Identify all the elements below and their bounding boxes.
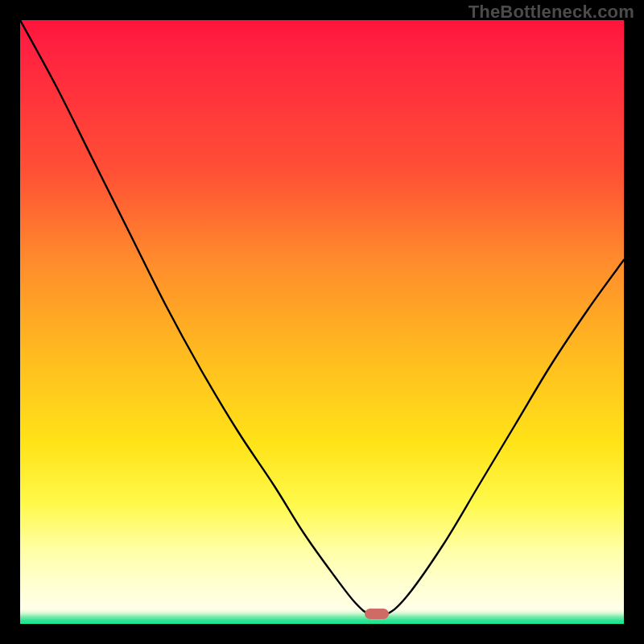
bottleneck-curve — [20, 20, 624, 624]
plot-area — [20, 20, 624, 624]
chart-frame: TheBottleneck.com — [0, 0, 644, 644]
optimal-marker — [365, 609, 389, 619]
watermark-text: TheBottleneck.com — [469, 2, 634, 23]
